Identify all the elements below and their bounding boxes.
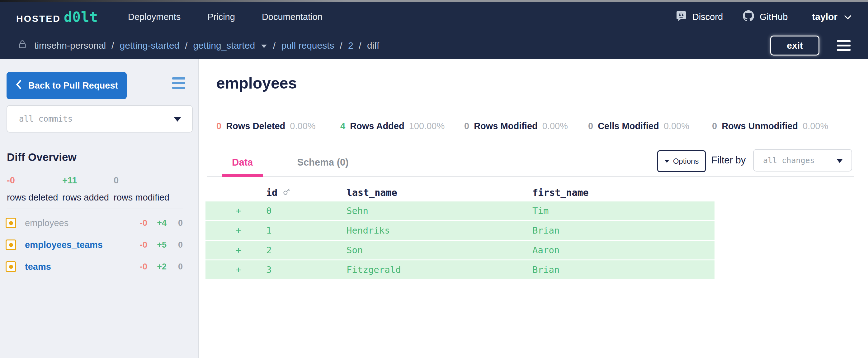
breadcrumb-page: diff	[367, 40, 379, 51]
cell-last-name: Fitzgerald	[346, 265, 532, 275]
breadcrumb-bar: timsehn-personal / getting-started / get…	[0, 31, 868, 59]
logo-hosted-text: HOSTED	[16, 13, 61, 24]
top-nav-right: Discord GitHub taylor	[676, 10, 852, 24]
diff-row-added: + 0 Sehn Tim	[206, 201, 714, 220]
diff-main-panel: employees 0 Rows Deleted 0.00% 4 Rows Ad…	[200, 59, 868, 358]
caret-down-icon	[664, 160, 670, 163]
window-top-edge	[0, 0, 868, 2]
breadcrumb-separator: /	[340, 40, 342, 51]
column-header-id: id	[266, 187, 346, 198]
diff-stat-summary: 0 Rows Deleted 0.00% 4 Rows Added 100.00…	[216, 121, 836, 131]
column-header-first-name: first_name	[532, 187, 714, 198]
diff-sidebar: Back to Pull Request all commits Diff Ov…	[0, 59, 199, 358]
breadcrumb-pulls-link[interactable]: pull requests	[281, 40, 334, 51]
overview-added-value: +11	[62, 175, 114, 186]
diff-data-table: id last_name first_name + 0 Sehn Tim + 1…	[206, 183, 714, 280]
cell-first-name: Tim	[532, 205, 714, 216]
nav-link-deployments[interactable]: Deployments	[128, 12, 181, 22]
cell-id: 3	[266, 265, 346, 275]
cell-first-name: Brian	[532, 225, 714, 236]
table-diff-stats: -0 +5 0	[128, 240, 198, 250]
branch-caret-icon[interactable]	[261, 45, 267, 48]
breadcrumb-separator: /	[185, 40, 187, 51]
table-view-tabs: Data Schema (0)	[222, 149, 359, 176]
stat-rows-deleted: 0 Rows Deleted 0.00%	[216, 121, 340, 131]
table-modified-count: 0	[166, 262, 183, 272]
commits-select-value: all commits	[19, 114, 72, 123]
breadcrumb-repo-link[interactable]: getting-started	[120, 40, 179, 51]
breadcrumb-pull-number-link[interactable]: 2	[348, 40, 353, 51]
row-added-sign: +	[206, 205, 266, 216]
table-list-item-employees[interactable]: employees -0 +4 0	[0, 212, 198, 234]
stat-value: 0	[464, 121, 469, 131]
options-button-label: Options	[673, 157, 699, 166]
cell-last-name: Hendriks	[346, 225, 532, 236]
menu-icon[interactable]	[837, 40, 850, 51]
changed-tables-list: employees -0 +4 0 employees_teams -0 +5 …	[0, 212, 198, 278]
cell-id: 1	[266, 225, 346, 236]
column-id-label: id	[266, 187, 277, 198]
back-to-pull-request-button[interactable]: Back to Pull Request	[6, 72, 127, 99]
row-added-sign: +	[206, 265, 266, 275]
stat-value: 0	[588, 121, 593, 131]
table-list-item-teams[interactable]: teams -0 +2 0	[0, 256, 198, 278]
diff-overview-stats: -0 rows deleted +11 rows added 0 rows mo…	[7, 175, 169, 203]
stat-cells-modified: 0 Cells Modified 0.00%	[588, 121, 712, 131]
nav-link-pricing[interactable]: Pricing	[207, 12, 235, 22]
tab-data[interactable]: Data	[222, 149, 263, 176]
filter-select-value: all changes	[763, 156, 815, 165]
github-link[interactable]: GitHub	[743, 10, 788, 24]
discord-icon	[676, 10, 687, 24]
table-name[interactable]: employees	[25, 218, 68, 228]
top-nav-bar: HOSTED d0lt Deployments Pricing Document…	[0, 2, 868, 31]
exit-button[interactable]: exit	[770, 35, 819, 56]
table-header-row: id last_name first_name	[206, 183, 714, 201]
username: taylor	[812, 11, 837, 22]
table-list-item-employees-teams[interactable]: employees_teams -0 +5 0	[0, 234, 198, 256]
stat-label: Rows Unmodified	[722, 121, 798, 131]
hosted-dolt-logo[interactable]: HOSTED d0lt	[16, 9, 98, 25]
diff-row-added: + 3 Fitzgerald Brian	[206, 260, 714, 279]
breadcrumb-separator: /	[112, 40, 114, 51]
sidebar-divider	[7, 209, 183, 209]
table-added-count: +4	[147, 218, 166, 228]
stat-value: 0	[712, 121, 717, 131]
back-button-label: Back to Pull Request	[28, 80, 118, 91]
chevron-left-icon	[15, 79, 22, 92]
options-button[interactable]: Options	[657, 150, 706, 172]
cell-first-name: Aaron	[532, 245, 714, 255]
user-menu[interactable]: taylor	[812, 11, 852, 22]
select-caret-icon	[837, 159, 843, 163]
commits-select[interactable]: all commits	[6, 105, 193, 133]
stat-percent: 0.00%	[290, 121, 315, 131]
breadcrumb-branch-link[interactable]: getting_started	[193, 40, 255, 51]
breadcrumb-separator: /	[273, 40, 276, 51]
modified-table-icon	[6, 240, 16, 250]
sidebar-collapse-icon[interactable]	[172, 77, 185, 89]
table-name[interactable]: employees_teams	[25, 240, 103, 250]
filter-by-label: Filter by	[711, 155, 746, 166]
cell-first-name: Brian	[532, 265, 714, 275]
overview-modified-label: rows modified	[114, 192, 169, 203]
nav-link-documentation[interactable]: Documentation	[262, 12, 322, 22]
table-deleted-count: -0	[128, 240, 147, 250]
tab-data-label: Data	[232, 157, 253, 168]
overview-stat-modified: 0 rows modified	[114, 175, 169, 203]
stat-percent: 100.00%	[409, 121, 445, 131]
table-diff-stats: -0 +2 0	[128, 262, 198, 272]
diff-overview-title: Diff Overview	[7, 151, 76, 163]
chevron-down-icon	[844, 11, 852, 22]
cell-last-name: Sehn	[346, 205, 532, 216]
stat-label: Rows Modified	[474, 121, 538, 131]
stat-value: 0	[216, 121, 221, 131]
column-header-last-name: last_name	[346, 187, 532, 198]
table-added-count: +5	[147, 240, 166, 250]
tab-schema[interactable]: Schema (0)	[287, 149, 358, 176]
table-name[interactable]: teams	[25, 261, 51, 272]
discord-link[interactable]: Discord	[676, 10, 723, 24]
table-added-count: +2	[147, 262, 166, 272]
overview-deleted-value: -0	[7, 175, 62, 186]
stat-percent: 0.00%	[664, 121, 689, 131]
top-nav-links: Deployments Pricing Documentation	[128, 12, 322, 22]
filter-changes-select[interactable]: all changes	[753, 149, 852, 171]
